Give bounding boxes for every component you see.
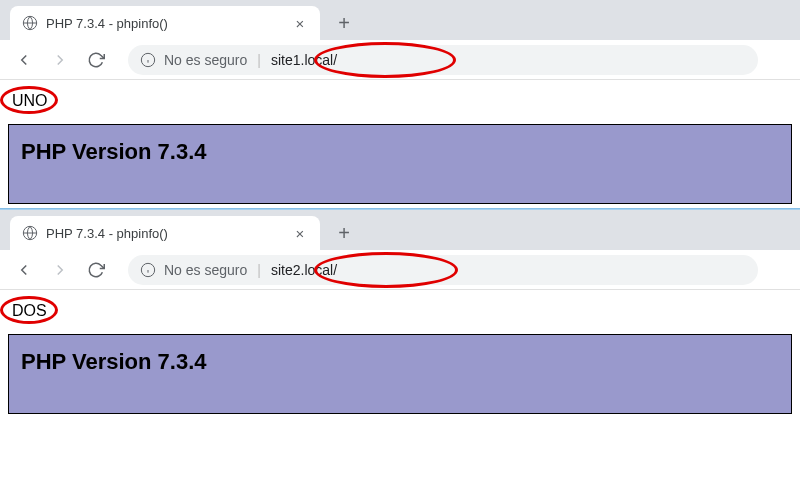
security-label: No es seguro [164,52,247,68]
info-icon [140,52,156,68]
browser-window-2: PHP 7.3.4 - phpinfo() × + No es seguro | [0,210,800,414]
site-label: DOS [8,302,792,320]
browser-toolbar: No es seguro | site2.local/ [0,250,800,290]
back-button[interactable] [10,256,38,284]
close-tab-icon[interactable]: × [292,225,308,241]
browser-window-1: PHP 7.3.4 - phpinfo() × + No es seguro | [0,0,800,204]
tab-title: PHP 7.3.4 - phpinfo() [46,226,284,241]
forward-button[interactable] [46,256,74,284]
url-divider: | [255,262,263,278]
address-bar[interactable]: No es seguro | site1.local/ [128,45,758,75]
browser-toolbar: No es seguro | site1.local/ [0,40,800,80]
php-version-banner: PHP Version 7.3.4 [8,334,792,414]
page-content: UNO PHP Version 7.3.4 [0,80,800,204]
info-icon [140,262,156,278]
url-text: site1.local/ [271,52,337,68]
tab-bar: PHP 7.3.4 - phpinfo() × + [0,210,800,250]
new-tab-button[interactable]: + [330,9,358,37]
site-label: UNO [8,92,792,110]
back-button[interactable] [10,46,38,74]
tab-title: PHP 7.3.4 - phpinfo() [46,16,284,31]
url-divider: | [255,52,263,68]
browser-tab[interactable]: PHP 7.3.4 - phpinfo() × [10,6,320,40]
php-version-heading: PHP Version 7.3.4 [21,349,206,375]
tab-bar: PHP 7.3.4 - phpinfo() × + [0,0,800,40]
reload-button[interactable] [82,256,110,284]
new-tab-button[interactable]: + [330,219,358,247]
url-text: site2.local/ [271,262,337,278]
browser-tab[interactable]: PHP 7.3.4 - phpinfo() × [10,216,320,250]
close-tab-icon[interactable]: × [292,15,308,31]
globe-icon [22,15,38,31]
php-version-heading: PHP Version 7.3.4 [21,139,206,165]
forward-button[interactable] [46,46,74,74]
php-version-banner: PHP Version 7.3.4 [8,124,792,204]
globe-icon [22,225,38,241]
address-bar[interactable]: No es seguro | site2.local/ [128,255,758,285]
reload-button[interactable] [82,46,110,74]
page-content: DOS PHP Version 7.3.4 [0,290,800,414]
security-label: No es seguro [164,262,247,278]
